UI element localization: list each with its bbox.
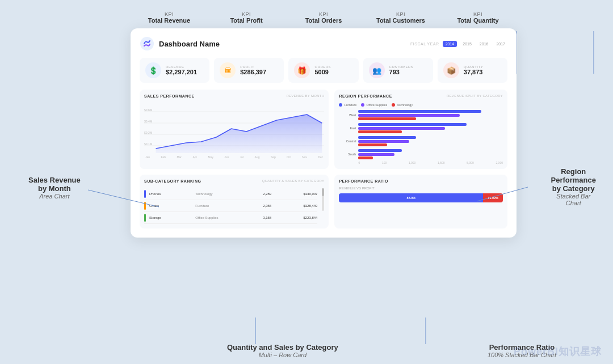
kpi-label-profit: KPI Total Profit [208,11,285,24]
table-row: Phones Technology 2,289 $330,007 [144,188,317,200]
region-row-west: West [339,110,503,120]
subcategory-bottom-sub: Multi – Row Card [227,352,338,358]
sales-panel-title: SALES PERFORMANCE [144,94,195,98]
dashboard-header: Dashboard Name FISCAL YEAR 2014 2015 201… [140,36,507,51]
sales-revenue-title: Sales Revenue [28,176,81,184]
sub-table-scrollbar[interactable] [322,188,324,211]
sales-panel-header: SALES PERFORMANCE REVENUE BY MONTH [144,94,324,101]
central-bar-2 [358,140,409,143]
kpi-label-quantity: KPI Total Quantity [439,11,517,24]
subcategory-panel: SUB-CATEGORY RANKING QUANTITY & SALES BY… [140,175,329,228]
fiscal-year-2017[interactable]: 2017 [494,41,507,47]
region-label-west: West [339,113,356,117]
charts-row: SALES PERFORMANCE REVENUE BY MONTH $0.6M… [140,90,507,169]
svg-text:$0.4M: $0.4M [144,120,152,123]
region-title3: by Category [551,184,596,193]
subcategory-header: SUB-CATEGORY RANKING QUANTITY & SALES BY… [144,179,324,186]
page-wrapper: KPI Total Revenue KPI Total Profit KPI T… [0,0,613,364]
region-x-ticks: 0 100 1,000 1,500 5,000 2,000 [358,161,503,164]
performance-ratio-panel: PERFORMANCE RATIO REVENUE VS PROFIT 88.9… [334,175,507,228]
dashboard-title: Dashboard Name [159,40,220,48]
revenue-info: REVENUE $2,297,201 [166,65,197,75]
region-bars: West East [339,110,503,159]
legend-furniture: Furniture [339,103,356,107]
east-bar-1 [358,123,467,126]
scrollbar-thumb [322,188,324,196]
svg-point-5 [140,37,154,50]
row-qty-chairs: 2,356 [242,204,272,208]
x-axis-labels: Jan Feb Mar Apr May Jun Jul Aug Sep Oct … [144,155,324,159]
legend-tech: Technology [392,103,413,107]
region-title1: Region [551,167,596,176]
region-legend: Furniture Office Supplies Technology [339,103,503,107]
perf-blue-label: 88.9% [407,196,416,200]
row-cat-storage: Office Supplies [195,216,238,219]
perf-bar-blue: 88.9% [339,193,483,202]
region-bar-group-east [358,123,503,133]
sub-table-inner: Phones Technology 2,289 $330,007 Chairs … [144,188,324,224]
south-bar-1 [358,149,401,152]
row-sales-phones: $330,007 [275,192,317,196]
dashboard-logo [140,36,154,51]
row-sales-storage: $223,844 [275,216,317,219]
kpi-cards-row: 💲 REVENUE $2,297,201 🏛 PROFIT $286,397 🎁… [140,58,507,83]
logo-title-group: Dashboard Name [140,36,220,51]
row-indicator-chairs [144,202,146,210]
region-label-south: South [339,153,356,156]
kpi-card-profit: 🏛 PROFIT $286,397 [214,58,284,83]
quantity-value: 37,873 [464,69,483,75]
subcategory-bottom-label: Quantity and Sales by Category Multi – R… [227,343,338,358]
west-bar-2 [358,114,459,117]
east-bar-3 [358,130,401,133]
tech-label: Technology [397,103,413,107]
profit-info: PROFIT $286,397 [240,65,266,75]
region-panel-subtitle: REVENUE SPLIT BY CATEGORY [447,94,503,98]
area-chart-container: $0.6M $0.4M $0.2M $0.1M [144,103,324,154]
quantity-icon: 📦 [443,62,459,78]
orders-info: ORDERS 5009 [314,65,331,75]
kpi-label-customers: KPI Total Customers [362,11,439,24]
west-bar-3 [358,117,416,120]
svg-text:$0.2M: $0.2M [144,131,152,134]
office-label: Office Supplies [366,103,387,107]
revenue-value: $2,297,201 [166,69,197,75]
central-bar-1 [358,136,416,139]
subcategory-title: SUB-CATEGORY RANKING [144,179,201,183]
row-qty-storage: 3,158 [242,216,272,219]
region-bar-group-central [358,136,503,146]
svg-text:$0.1M: $0.1M [144,142,152,146]
fiscal-year-2016[interactable]: 2016 [477,41,491,47]
sales-performance-panel: SALES PERFORMANCE REVENUE BY MONTH $0.6M… [140,90,329,169]
region-performance-panel: REGION PERFORMANCE REVENUE SPLIT BY CATE… [334,90,507,169]
area-chart-svg: $0.6M $0.4M $0.2M $0.1M [144,103,324,154]
central-bar-3 [358,143,387,146]
row-cat-chairs: Furniture [195,204,238,208]
region-sub2: Chart [551,200,596,206]
revenue-icon: 💲 [145,62,161,78]
furniture-dot [339,103,342,107]
tech-dot [392,103,395,107]
customers-info: CUSTOMERS 793 [389,65,414,75]
kpi-labels: KPI Total Revenue KPI Total Profit KPI T… [131,11,517,24]
fiscal-year-2014[interactable]: 2014 [443,41,457,47]
west-bar-1 [358,110,481,113]
perf-bar: 88.9% 11.09% [339,193,503,202]
perf-subtitle: REVENUE VS PROFIT [339,187,503,190]
fiscal-year-2015[interactable]: 2015 [460,41,474,47]
kpi-card-revenue: 💲 REVENUE $2,297,201 [140,58,209,83]
perf-header: PERFORMANCE RATIO [339,179,503,184]
row-name-chairs: Chairs [149,204,192,208]
region-title2: Performance [551,176,596,184]
sales-revenue-title2: by Month [28,184,81,193]
orders-icon: 🎁 [294,62,310,78]
row-name-storage: Storage [149,216,192,219]
table-row: Chairs Furniture 2,356 $328,449 [144,200,317,212]
quantity-info: QUANTITY 37,873 [464,65,483,75]
sales-revenue-label: Sales Revenue by Month Area Chart [28,176,81,200]
legend-office: Office Supplies [361,103,387,107]
region-panel-header: REGION PERFORMANCE REVENUE SPLIT BY CATE… [339,94,503,101]
region-label-central: Central [339,139,356,143]
profit-icon: 🏛 [220,62,236,78]
region-performance-label: Region Performance by Category Stacked B… [551,167,596,206]
region-panel-title: REGION PERFORMANCE [339,94,392,98]
